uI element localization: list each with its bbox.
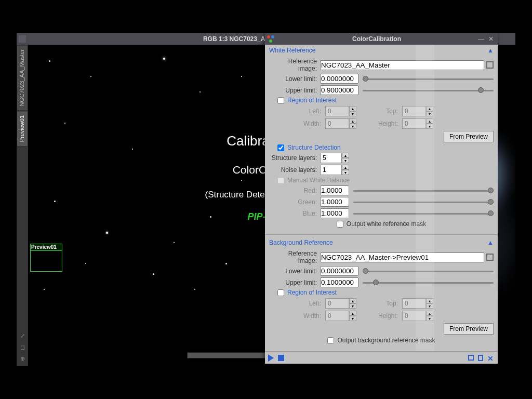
preview-region[interactable]: Preview01	[30, 244, 62, 272]
dialog-titlebar[interactable]: ColorCalibration — ✕	[265, 33, 498, 45]
mwb-red	[320, 185, 349, 195]
bg-roi-height[interactable]	[402, 311, 426, 321]
collapse-icon: ▲	[487, 239, 494, 246]
structure-detection-checkbox[interactable]	[277, 144, 284, 151]
bg-roi-checkbox[interactable]	[277, 289, 284, 296]
white-roi-left[interactable]	[325, 106, 349, 116]
preview-tabstrip: NGC7023_AA_Master Preview01	[17, 45, 28, 366]
docs-icon[interactable]	[478, 355, 483, 361]
collapse-icon: ▲	[487, 47, 494, 54]
mwb-green	[320, 197, 349, 207]
bg-upper-limit[interactable]	[320, 277, 358, 287]
preview-region-label: Preview01	[30, 244, 62, 251]
mwb-blue	[320, 208, 349, 218]
colorcalibration-dialog: ColorCalibration — ✕ White Reference ▲ R…	[265, 33, 498, 364]
shade-icon[interactable]: —	[476, 35, 486, 43]
new-instance-icon[interactable]	[468, 355, 474, 361]
mwb-red-slider	[353, 189, 494, 192]
white-lower-limit[interactable]	[320, 74, 358, 84]
white-upper-slider[interactable]	[363, 89, 494, 92]
manual-wb-checkbox[interactable]	[277, 177, 284, 184]
white-roi-grid: Left: ▲▼ Top: ▲▼ Width: ▲▼ Height: ▲▼	[290, 106, 494, 129]
bg-roi-grid: Left: ▲▼ Top: ▲▼ Width: ▲▼ Height: ▲▼	[290, 298, 494, 321]
bg-roi-left[interactable]	[325, 298, 349, 309]
bg-roi-width[interactable]	[325, 311, 349, 321]
target-icon[interactable]: ⊕	[19, 355, 25, 362]
dialog-footer: ✕	[265, 351, 498, 364]
bg-roi-top[interactable]	[402, 298, 426, 309]
expand-icon[interactable]: ⤢	[19, 332, 25, 339]
output-bg-mask-checkbox[interactable]	[327, 337, 334, 344]
white-lower-slider[interactable]	[363, 77, 494, 81]
close-icon[interactable]: ✕	[486, 35, 496, 43]
view-gutter: ⤢ ◻ ⊕	[17, 328, 28, 366]
white-ref-picker-icon[interactable]	[486, 61, 494, 69]
bg-roi-from-preview[interactable]: From Preview	[444, 323, 494, 335]
bg-upper-slider[interactable]	[363, 281, 494, 284]
structure-layers[interactable]	[320, 153, 342, 163]
white-roi-from-preview[interactable]: From Preview	[444, 131, 494, 142]
apply-icon[interactable]	[268, 354, 274, 362]
mwb-blue-slider	[353, 212, 494, 215]
tab-preview01[interactable]: Preview01	[17, 111, 28, 147]
horizontal-scrollbar[interactable]	[187, 352, 275, 358]
output-white-mask-checkbox[interactable]	[337, 221, 343, 228]
white-roi-top[interactable]	[402, 106, 426, 116]
crop-icon[interactable]: ◻	[19, 344, 25, 350]
white-roi-checkbox[interactable]	[277, 97, 284, 104]
white-roi-height[interactable]	[402, 118, 426, 129]
white-ref-image[interactable]	[320, 60, 484, 70]
bg-lower-slider[interactable]	[363, 270, 494, 273]
noise-layers[interactable]	[320, 165, 342, 175]
reset-icon[interactable]: ✕	[487, 354, 495, 362]
bg-ref-image[interactable]	[320, 252, 484, 262]
mwb-green-slider	[353, 201, 494, 204]
apply-global-icon[interactable]	[278, 355, 284, 361]
dialog-title: ColorCalibration	[277, 35, 476, 43]
white-ref-header[interactable]: White Reference ▲	[265, 45, 498, 56]
bg-lower-limit[interactable]	[320, 266, 358, 276]
bg-ref-header[interactable]: Background Reference ▲	[265, 237, 498, 248]
white-roi-width[interactable]	[325, 118, 349, 129]
window-icon	[19, 35, 26, 43]
white-upper-limit[interactable]	[320, 85, 358, 95]
tab-master[interactable]: NGC7023_AA_Master	[17, 45, 28, 111]
bg-ref-picker-icon[interactable]	[486, 254, 494, 261]
process-icon	[267, 35, 274, 43]
